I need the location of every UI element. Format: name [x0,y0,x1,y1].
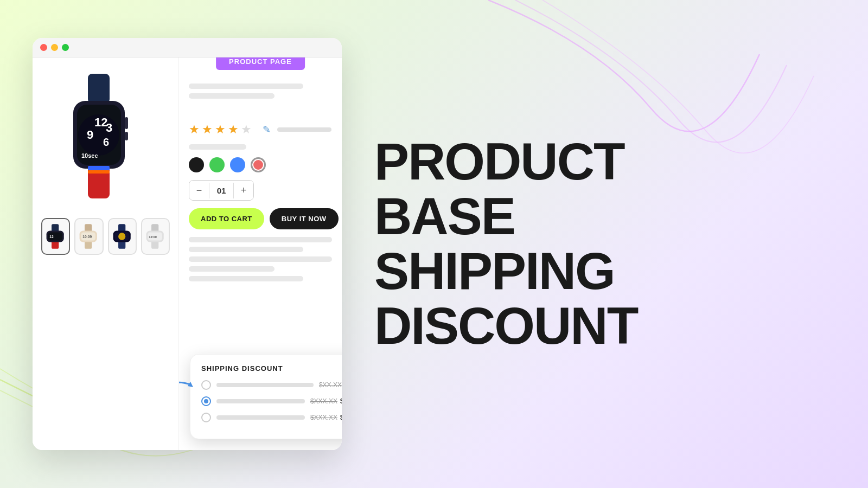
shipping-label-2 [216,399,305,403]
review-line [277,127,331,132]
add-to-cart-button[interactable]: ADD TO CART [189,208,264,229]
radio-3[interactable] [201,413,211,422]
star-1: ★ [189,123,200,137]
browser-dot-red[interactable] [40,44,47,51]
star-5: ★ [241,123,252,137]
shipping-option-3[interactable]: $XXX.XX $XX.XX [201,413,342,422]
product-details-panel: PRODUCT PAGE ★ ★ ★ ★ ★ ✎ [179,57,342,450]
swatch-black[interactable] [189,157,204,172]
shipping-label-3 [216,415,305,420]
svg-point-28 [118,233,125,240]
buy-now-button[interactable]: BUY IT NOW [270,208,339,229]
browser-dot-yellow[interactable] [51,44,58,51]
svg-text:9: 9 [87,128,93,142]
browser-window: 12 9 6 3 10sec [33,38,342,450]
svg-rect-10 [88,166,110,170]
final-price-3: $XX.XX [340,414,342,421]
shipping-label-1 [216,383,314,387]
star-3: ★ [215,123,226,137]
desc-line-2 [189,247,303,252]
original-price-3: $XXX.XX [310,414,337,421]
svg-text:12: 12 [49,235,54,239]
svg-rect-11 [88,170,110,174]
color-label-placeholder [189,144,246,150]
swatches-row [189,157,332,172]
original-price-2: $XXX.XX [310,397,337,405]
product-page-badge: PRODUCT PAGE [216,57,305,70]
headline-line-1: PRODUCT [374,134,835,189]
headline-line-4: DISCOUNT [374,299,835,354]
stars: ★ ★ ★ ★ ★ [189,123,252,137]
shipping-discount-popup: SHIPPING DISCOUNT $XX.XX $X.XX [190,354,342,439]
stars-row: ★ ★ ★ ★ ★ ✎ [189,123,332,137]
svg-rect-13 [125,132,128,140]
final-price-2: $XX.XX [340,397,342,405]
thumbnail-4[interactable]: 12:00 [141,218,170,255]
svg-text:6: 6 [103,136,109,148]
headline-line-3: SHIPPING [374,244,835,299]
desc-line-5 [189,276,303,281]
edit-icon[interactable]: ✎ [263,124,271,136]
star-2: ★ [202,123,213,137]
top-placeholders [189,84,332,99]
thumbnail-1[interactable]: 12 [41,218,70,255]
browser-titlebar [33,38,342,57]
swatch-red[interactable] [251,157,266,172]
shipping-price-1: $XX.XX $X.XX [319,381,342,389]
radio-inner-2 [204,399,208,403]
arrow-svg [179,371,196,403]
popup-title: SHIPPING DISCOUNT [201,364,342,373]
shipping-option-1[interactable]: $XX.XX $X.XX [201,380,342,390]
thumbnail-2[interactable]: 10:09 [74,218,103,255]
svg-rect-12 [125,117,128,129]
radio-1[interactable] [201,380,211,390]
quantity-decrease-button[interactable]: − [189,181,209,200]
quantity-increase-button[interactable]: + [234,181,253,200]
buttons-row: ADD TO CART BUY IT NOW [189,208,332,229]
headline-line-2: BASE [374,189,835,244]
shipping-option-2[interactable]: $XXX.XX $XX.XX [201,396,342,406]
watch-main-svg: 12 9 6 3 10sec [49,71,163,201]
quantity-row: − 01 + [189,180,254,201]
svg-text:3: 3 [106,121,112,134]
shipping-price-3: $XXX.XX $XX.XX [310,414,342,421]
product-images-panel: 12 9 6 3 10sec [33,57,179,450]
placeholder-title-1 [189,84,303,89]
swatch-green[interactable] [209,157,225,172]
svg-text:10sec: 10sec [81,152,98,159]
svg-text:10:09: 10:09 [83,235,92,239]
shipping-price-2: $XXX.XX $XX.XX [310,397,342,405]
thumbnail-3[interactable] [108,218,137,255]
placeholder-title-2 [189,93,275,99]
desc-line-3 [189,256,332,262]
svg-text:12:00: 12:00 [149,235,157,239]
main-product-image: 12 9 6 3 10sec [43,74,168,198]
swatch-blue[interactable] [230,157,245,172]
star-4: ★ [228,123,239,137]
right-headline: PRODUCT BASE SHIPPING DISCOUNT [363,134,835,353]
desc-line-1 [189,237,332,242]
svg-rect-0 [88,74,110,104]
radio-2[interactable] [201,396,211,406]
original-price-1: $XX.XX [319,381,342,389]
browser-dot-green[interactable] [62,44,69,51]
desc-line-4 [189,266,275,272]
thumbnail-row: 12 10:09 [41,218,170,255]
quantity-value: 01 [209,183,234,198]
